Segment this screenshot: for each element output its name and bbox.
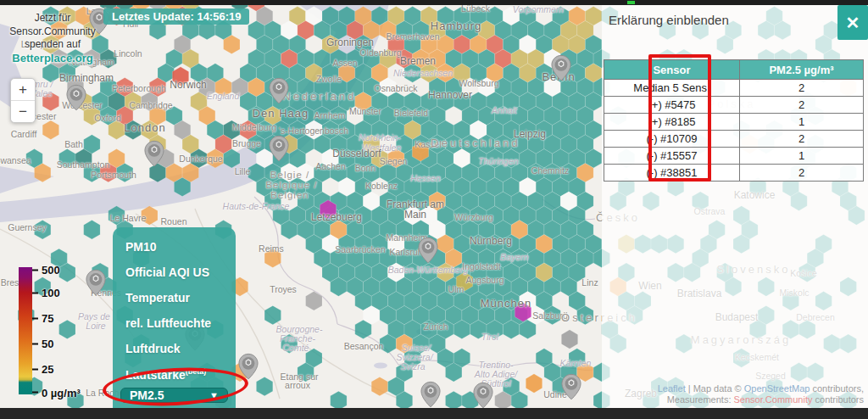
donation-note: Jetzt für Sensor.Community spenden auf B… [3, 12, 102, 66]
donation-line: Jetzt für [3, 12, 102, 25]
zoom-control: + − [10, 78, 36, 123]
attribution-text: contributors, [810, 383, 864, 394]
sensor-cell: 2 [740, 97, 864, 114]
layer-option-luftdruck[interactable]: Luftdruck [113, 336, 236, 361]
layer-menu: PM10Official AQI USTemperaturrel. Luftfe… [113, 227, 236, 408]
sensor-cell: 2 [740, 131, 864, 148]
sensor-community-link[interactable]: Sensor.Community [734, 394, 813, 405]
donation-line: spenden auf [3, 38, 102, 52]
sensor-row: Median 5 Sens.2 [604, 80, 864, 97]
sensor-row: (-) #155571 [604, 148, 864, 165]
color-scale-legend: 5001007550250 µg/m³ [19, 267, 32, 394]
betterplace-link[interactable]: Betterplace.org [3, 52, 102, 66]
map-cluster-pin[interactable] [551, 54, 571, 85]
legend-tick: 0 µg/m³ [32, 386, 81, 399]
layer-option-lautstaerke[interactable]: Lautstärke(beta) [113, 361, 236, 388]
layer-option-pm10[interactable]: PM10 [113, 234, 236, 260]
sensor-cell: (+) #5475 [604, 97, 740, 114]
map-cluster-pin[interactable] [269, 135, 289, 165]
sensor-cell: (-) #38851 [604, 165, 740, 182]
sensor-cell: 1 [740, 114, 864, 131]
beta-badge: (beta) [186, 367, 207, 376]
selected-layer-label: PM2.5 [130, 388, 164, 402]
sensor-table-header: SensorPM2.5 µg/m³ [604, 60, 864, 80]
legend-gradient-bar [19, 267, 32, 394]
zoom-in-button[interactable]: + [11, 79, 35, 101]
caret-down-icon: ▼ [209, 390, 219, 400]
sensor-cell: 2 [740, 165, 864, 182]
sensor-table-header-cell: Sensor [604, 60, 740, 80]
attribution-text: contributors [812, 394, 864, 405]
browser-edge-top [0, 0, 868, 5]
map-cluster-pin[interactable] [144, 140, 164, 170]
app: LeedsHullLiverpoolLincolnNottinghamEngla… [0, 0, 868, 419]
sensor-table-header-cell: PM2.5 µg/m³ [740, 60, 864, 80]
sensor-table: SensorPM2.5 µg/m³ Median 5 Sens.2(+) #54… [604, 59, 864, 182]
close-button[interactable]: ✕ [837, 5, 868, 40]
donation-line: Sensor.Community [3, 25, 102, 39]
legend-tick: 50 [32, 338, 53, 350]
layer-option-rel-luftfeuchte[interactable]: rel. Luftfeuchte [113, 310, 236, 336]
legend-tick: 75 [32, 312, 53, 325]
osm-link[interactable]: OpenStreetMap [744, 383, 810, 394]
map-cluster-pin[interactable] [561, 373, 581, 404]
zoom-out-button[interactable]: − [11, 101, 35, 122]
map-cluster-pin[interactable] [86, 269, 106, 299]
sensor-row: (-) #107092 [604, 131, 864, 148]
map-cluster-pin[interactable] [238, 353, 259, 383]
attribution-text: | Map data © [686, 383, 744, 394]
map-cluster-pin[interactable] [269, 77, 289, 108]
layer-selected-pm25[interactable]: PM2.5 ▼ [120, 388, 228, 403]
layer-option-temperatur[interactable]: Temperatur [113, 285, 236, 310]
leaflet-link[interactable]: Leaflet [658, 383, 686, 394]
last-update-badge: Letztes Update: 14:56:19 [103, 8, 249, 25]
map-attribution: Leaflet | Map data © OpenStreetMap contr… [658, 383, 864, 405]
taskbar [0, 408, 868, 419]
sensor-cell: (-) #10709 [604, 131, 740, 148]
legend-tick: 25 [32, 363, 53, 376]
sensor-cell: (-) #15557 [604, 148, 740, 165]
sensor-cell: 1 [740, 148, 864, 165]
map-cluster-pin[interactable] [66, 84, 86, 115]
browser-edge-accent [627, 1, 635, 4]
explanation-toggle[interactable]: Erklärung einblenden [609, 13, 729, 27]
legend-tick: 500 [32, 264, 60, 277]
layer-option-label: Lautstärke [125, 368, 186, 382]
sensor-cell: (+) #8185 [604, 114, 740, 131]
sensor-row: (+) #54752 [604, 97, 864, 114]
close-icon: ✕ [846, 13, 860, 33]
map-cluster-pin[interactable] [418, 237, 438, 267]
map-cluster-pin[interactable] [420, 381, 441, 411]
sensor-cell: Median 5 Sens. [604, 80, 740, 97]
sensor-row: (+) #81851 [604, 114, 864, 131]
sensor-cell: 2 [740, 80, 864, 97]
sensor-row: (-) #388512 [604, 165, 864, 182]
attribution-text: Measurements: [667, 394, 734, 405]
legend-tick: 100 [32, 287, 60, 299]
layer-option-official-aqi-us[interactable]: Official AQI US [113, 260, 236, 285]
